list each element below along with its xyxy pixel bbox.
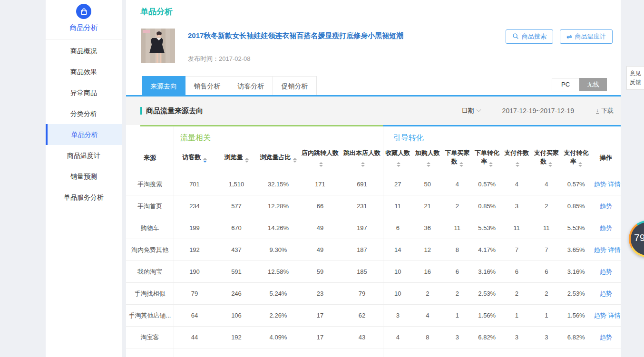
cell-view_share: 5.24% (257, 290, 299, 297)
sort-icon (459, 162, 463, 167)
cell-order_buyers: 2 (442, 290, 472, 297)
trend-link[interactable]: 趋势 (600, 203, 612, 210)
trend-link[interactable]: 趋势 (600, 290, 612, 297)
cell-order_buyers: 11 (442, 224, 472, 232)
trend-link[interactable]: 趋势 (600, 224, 612, 232)
column-header-paid_buyers[interactable]: 支付买家数 (532, 149, 562, 167)
toggle-pc[interactable]: PC (552, 78, 579, 91)
detail-link[interactable]: 详情 (608, 181, 621, 188)
cell-paid_buyers: 2 (532, 290, 562, 297)
detail-link[interactable]: 详情 (608, 312, 621, 319)
cell-in_store_jumps: 49 (299, 224, 341, 232)
cell-views: 591 (215, 268, 257, 275)
column-label: 支付转化率 (564, 149, 588, 165)
sidebar-item-category-analysis[interactable]: 分类分析 (46, 103, 122, 124)
product-search-button[interactable]: 商品搜索 (506, 29, 553, 44)
column-header-order_buyers[interactable]: 下单买家数 (442, 149, 472, 167)
toggle-wireless[interactable]: 无线 (579, 78, 607, 91)
column-label: 支付买家数 (534, 149, 559, 165)
column-header-favorites[interactable]: 收藏人数 (383, 149, 413, 167)
download-button[interactable]: ↓ 下载 (596, 106, 614, 115)
cell-order_rate: 2.53% (472, 290, 502, 297)
cell-views: 246 (215, 290, 257, 297)
cell-views: 192 (215, 334, 257, 341)
cell-favorites: 10 (383, 268, 413, 275)
column-header-views[interactable]: 浏览量 (215, 153, 257, 163)
cell-source: 手淘找相似 (126, 289, 174, 298)
table-header: 流量相关 引导转化 来源访客数浏览量浏览量占比店内跳转人数跳出本店人数收藏人数加… (126, 125, 621, 174)
sort-icon (361, 162, 365, 167)
column-header-paid_items[interactable]: 支付件数 (502, 149, 532, 167)
cell-paid_items: 11 (502, 224, 532, 232)
cell-visitors: 44 (174, 334, 215, 341)
trend-link[interactable]: 趋势 (594, 312, 606, 319)
cell-in_store_jumps: 17 (299, 334, 341, 341)
product-thumbnail[interactable] (141, 29, 175, 63)
column-label: 操作 (600, 154, 612, 161)
trend-link[interactable]: 趋势 (594, 181, 606, 188)
column-header-cart_adds[interactable]: 加购人数 (413, 149, 443, 167)
tab-sales-analysis[interactable]: 销售分析 (185, 76, 229, 95)
cell-order_rate: 4.17% (472, 246, 502, 253)
column-label: 下单买家数 (445, 149, 469, 165)
column-header-in_store_jumps[interactable]: 店内跳转人数 (299, 149, 341, 167)
trend-link[interactable]: 趋势 (594, 246, 606, 253)
cell-view_share: 14.26% (257, 224, 299, 232)
sidebar-item-sales-forecast[interactable]: 销量预测 (46, 166, 122, 187)
cell-view_share: 4.09% (257, 334, 299, 341)
feedback-button[interactable]: 意见 反馈 (626, 66, 644, 90)
cell-paid_rate: 0.57% (561, 181, 591, 188)
column-header-out_store_jumps[interactable]: 跳出本店人数 (341, 149, 383, 167)
cell-cart_adds: 21 (413, 203, 443, 210)
cell-paid_items: 4 (502, 181, 532, 188)
cell-order_rate: 1.56% (472, 312, 502, 319)
feedback-label-line1: 意见 (627, 69, 644, 78)
tab-visitor-analysis[interactable]: 访客分析 (229, 76, 273, 95)
cell-visitors: 192 (174, 246, 215, 253)
column-header-view_share[interactable]: 浏览量占比 (257, 153, 299, 163)
tab-promotion-analysis[interactable]: 促销分析 (273, 76, 317, 95)
column-header-order_rate[interactable]: 下单转化率 (472, 149, 502, 167)
score-gauge[interactable]: 79 (629, 221, 644, 257)
cell-paid_rate: 3.65% (561, 246, 591, 253)
cell-cart_adds: 36 (413, 224, 443, 232)
cell-visitors: 199 (174, 224, 215, 232)
product-search-label: 商品搜索 (522, 32, 546, 41)
table-divider-groups (383, 126, 383, 357)
column-label: 来源 (144, 154, 156, 161)
product-title-link[interactable]: 2017秋冬新款女长袖娃娃领连衣裙百搭名媛显瘦打底修身小黑裙短潮 (188, 31, 502, 40)
sidebar-item-single-product-service-analysis[interactable]: 单品服务分析 (46, 187, 122, 208)
cell-paid_items: 3 (502, 203, 532, 210)
cell-visitors: 79 (174, 290, 215, 297)
sidebar-item-product-effect[interactable]: 商品效果 (46, 61, 122, 82)
product-thermometer-button[interactable]: ⇌ 商品温度计 (560, 29, 613, 44)
cell-cart_adds: 50 (413, 181, 443, 188)
date-filter-dropdown[interactable]: 日期 (462, 106, 480, 115)
cell-favorites: 6 (383, 224, 413, 232)
cell-in_store_jumps: 23 (299, 290, 341, 297)
trend-link[interactable]: 趋势 (600, 268, 612, 275)
cell-view_share: 2.26% (257, 312, 299, 319)
tab-source-destination[interactable]: 来源去向 (142, 76, 185, 95)
cell-visitors: 190 (174, 268, 215, 275)
cell-view_share: 12.58% (257, 268, 299, 275)
cell-views: 577 (215, 203, 257, 210)
cell-favorites: 27 (383, 181, 413, 188)
cell-order_rate: 6.82% (472, 334, 502, 341)
column-header-visitors[interactable]: 访客数 (174, 153, 215, 163)
sort-icon (548, 162, 552, 167)
sort-icon (516, 162, 519, 167)
convert-group-title: 引导转化 (393, 133, 424, 143)
cell-order_rate: 0.85% (472, 203, 502, 210)
cell-favorites: 14 (383, 246, 413, 253)
sort-icon (578, 162, 582, 167)
column-header-paid_rate[interactable]: 支付转化率 (561, 149, 591, 167)
sidebar-item-product-thermometer[interactable]: 商品温度计 (46, 145, 122, 166)
trend-link[interactable]: 趋势 (600, 334, 612, 341)
sidebar-item-abnormal-products[interactable]: 异常商品 (46, 82, 122, 103)
column-label: 支付件数 (504, 149, 529, 156)
detail-link[interactable]: 详情 (608, 246, 621, 253)
cell-order_buyers: 1 (442, 312, 472, 319)
sidebar-item-product-overview[interactable]: 商品概况 (46, 40, 122, 61)
sidebar-item-single-product-analysis[interactable]: 单品分析 (46, 124, 122, 145)
